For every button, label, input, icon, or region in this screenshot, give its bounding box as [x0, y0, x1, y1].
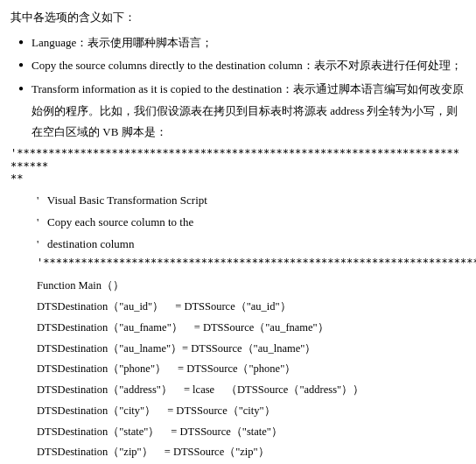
bullet-icon: ●: [10, 79, 32, 144]
code-line: DTSDestination（"zip"） = DTSSource（"zip"）: [10, 442, 466, 463]
options-list: ● Language：表示使用哪种脚本语言； ● Copy the source…: [10, 32, 466, 144]
code-line: DTSDestination（"address"） = lcase （DTSSo…: [10, 380, 466, 401]
code-line: DTSDestination（"au_lname"）= DTSSource（"a…: [10, 339, 466, 360]
vb-comment-line: ' Visual Basic Transformation Script: [10, 190, 466, 212]
bullet-text: Transform information as it is copied to…: [32, 79, 466, 144]
bullet-icon: ●: [10, 55, 32, 77]
code-line: DTSDestination（"city"） = DTSSource（"city…: [10, 401, 466, 422]
code-line: DTSDestination（"state"） = DTSSource（"sta…: [10, 422, 466, 443]
stars-continuation: **: [10, 172, 23, 185]
bullet-text: Language：表示使用哪种脚本语言；: [32, 32, 466, 54]
bullet-icon: ●: [10, 32, 32, 54]
code-line: DTSDestination（"au_id"） = DTSSource（"au_…: [10, 297, 466, 318]
list-item: ● Transform information as it is copied …: [10, 79, 466, 144]
stars-text: '***************************************…: [10, 147, 459, 172]
intro-text: 其中各选项的含义如下：: [10, 7, 466, 29]
bullet-text: Copy the source columns directly to the …: [32, 55, 466, 77]
vb-comment-line: ' Copy each source column to the: [10, 212, 466, 234]
function-header: Function Main（）: [10, 276, 466, 297]
separator-stars-top: '***************************************…: [10, 147, 466, 185]
list-item: ● Language：表示使用哪种脚本语言；: [10, 32, 466, 54]
code-line: DTSDestination（"phone"） = DTSSource（"pho…: [10, 359, 466, 380]
vb-comment-line: ' destination column: [10, 234, 466, 256]
list-item: ● Copy the source columns directly to th…: [10, 55, 466, 77]
code-line: DTSDestination（"au_fname"） = DTSSource（"…: [10, 318, 466, 339]
separator-stars-mid: '***************************************…: [10, 255, 466, 271]
